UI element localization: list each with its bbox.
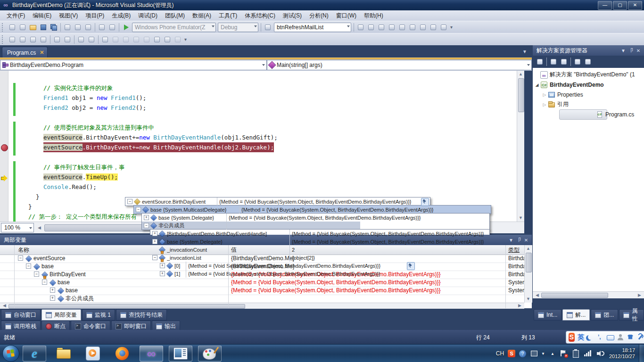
bubble-prev-icon[interactable] [111,35,120,44]
document-list-dropdown-icon[interactable]: ▼ [522,49,527,54]
network-signal-icon[interactable] [584,350,592,357]
menu-体系结构C[interactable]: 体系结构(C) [241,11,279,21]
tray-language-indicator[interactable]: CH [496,350,504,357]
ime-language-mode[interactable]: 英 [578,333,584,342]
tab-watch-window[interactable]: 监视 1 [82,309,115,321]
tree-item-birthdayeventdemo[interactable]: ◢BirthdayEventDemo [533,80,644,90]
menu-测试S[interactable]: 测试(S) [279,11,305,21]
document-outline-icon[interactable] [39,35,48,44]
toolbar-grip[interactable] [2,23,5,32]
tab-team-explorer[interactable]: 团... [591,309,618,321]
tray-dropdown-caret-icon[interactable]: ▼ [541,352,545,356]
tab-locals-window[interactable]: 局部变量 [41,309,81,321]
auto-hide-pin-icon[interactable]: 卩 [627,47,635,54]
selection-box-icon[interactable] [100,35,110,44]
collapse-icon[interactable]: − [34,272,39,277]
tree-item-program-cs[interactable]: Program.cs [533,109,644,119]
collapse-icon[interactable]: − [26,263,31,269]
expand-icon[interactable]: + [160,263,165,268]
expanded-arrow-icon[interactable]: ◢ [535,82,539,87]
step-out-icon[interactable] [387,23,396,32]
datatip-row[interactable]: +[BirthdayEventDemo.BirthDayEventHandle]… [150,230,489,238]
show-hidden-icons-button[interactable]: ▲ [551,352,554,356]
datatip-row[interactable]: +[0]{Method = {Void SendGift(System.Obje… [158,262,416,270]
ime-punct-icon[interactable] [597,334,604,341]
taskbar-item-firefox[interactable] [110,346,134,362]
find-in-files-icon[interactable] [263,23,272,32]
code-line[interactable] [17,113,43,123]
datatip-row[interactable]: −非公共成员 [142,222,489,230]
code-line[interactable]: // 事件到了触发生日事件，事 [17,162,125,172]
view-class-diagram-icon[interactable] [583,57,593,66]
zoom-combo[interactable]: 100 % [1,223,34,232]
tab-auto-window[interactable]: 自动窗口 [1,309,41,321]
type-dropdown[interactable]: BirthdayEventDemo.Program [0,60,267,70]
extension-icon[interactable] [439,23,448,32]
tray-help-icon[interactable]: ? [519,350,526,357]
show-desktop-button[interactable] [639,345,644,362]
taskbar-item-paint[interactable] [198,346,222,362]
collapse-icon[interactable]: − [127,199,132,204]
expand-icon[interactable]: + [152,231,157,236]
taskbar-item-remote-app-window[interactable] [169,346,192,362]
new-item-icon[interactable] [8,23,17,32]
code-line[interactable]: } [17,192,40,202]
tray-clipboard-icon[interactable] [572,350,579,357]
expand-icon[interactable]: + [144,215,149,220]
device-target-combo[interactable]: Windows Phone Emulator(Z [132,23,216,32]
collapse-icon[interactable]: − [144,223,149,228]
quick-find-icon[interactable] [356,23,365,32]
toolbar-overflow-chevron-icon[interactable]: ▾ [450,25,453,30]
code-line[interactable]: // 使用委托把对象及其方法注册到事件中 [17,123,154,132]
display-inheritance-icon[interactable] [8,35,17,44]
menu-视图V[interactable]: 视图(V) [55,11,82,21]
datatip-row[interactable]: +base {System.Delegate}{Method = {Void B… [150,238,489,246]
collapse-icon[interactable]: − [18,255,23,261]
collapse-icon[interactable]: − [42,280,47,285]
maximize-button[interactable]: ▢ [613,1,627,10]
save-all-icon[interactable] [49,23,58,32]
pin-to-source-icon[interactable] [407,262,415,270]
paste-icon[interactable] [83,23,93,32]
menu-文件F[interactable]: 文件(F) [3,11,29,21]
find-combo[interactable]: btnRefreshMailList [274,23,351,32]
locals-row-base[interactable]: +base{Method = {Void Buycake(System.Obje… [0,287,524,295]
breakpoint-icon[interactable] [1,144,8,151]
add-item-icon[interactable] [18,23,27,32]
menu-编辑E[interactable]: 编辑(E) [29,11,55,21]
member-dropdown[interactable]: Main(string[] args) [267,60,532,70]
taskbar-item-windows-explorer[interactable] [52,346,75,362]
step-over-icon[interactable] [377,23,386,32]
expand-icon[interactable]: + [50,296,55,301]
code-line[interactable]: eventSource.BirthDayEvent+=new BirthDayE… [17,142,274,152]
close-panel-icon[interactable]: ✕ [635,48,642,53]
properties-window-icon[interactable] [535,57,545,66]
save-icon[interactable] [39,23,48,32]
code-line[interactable] [17,152,43,162]
taskbar-clock[interactable]: 18:17 2012/10/27 [609,347,635,360]
properties-window-icon[interactable] [429,23,438,32]
output-window-icon[interactable] [408,23,417,32]
bubble-next-icon[interactable] [121,35,131,44]
rename-icon[interactable] [28,35,38,44]
undo-icon[interactable] [97,23,107,32]
menu-窗口W[interactable]: 窗口(W) [332,11,360,21]
expand-icon[interactable]: + [152,239,157,244]
window-menu-icon[interactable]: ▼ [507,238,515,243]
menu-帮助H[interactable]: 帮助(H) [360,11,387,21]
menu-数据A[interactable]: 数据(A) [189,11,215,21]
editor-vertical-scrollbar[interactable]: ▲ ▼ [517,71,524,222]
datatip-row[interactable]: −base {System.MulticastDelegate}{Method … [134,206,491,214]
auto-hide-pin-icon[interactable]: 卩 [515,237,522,243]
code-line[interactable]: Friend1 obj1 = new Friend1(); [17,93,146,103]
copy-icon[interactable] [73,23,83,32]
view-code-icon[interactable] [573,57,582,66]
menu-工具T[interactable]: 工具(T) [215,11,241,21]
solution-config-combo[interactable]: Debug [218,23,258,32]
locals-row-非公共成员[interactable]: +非公共成员 [0,295,524,303]
tab-properties-tab[interactable]: 属性 [619,309,644,321]
code-line[interactable]: // 第一步： 定义一个类型用来保存所有 [17,212,137,222]
tab-solution-explorer-tab[interactable]: 解... [562,309,590,321]
menu-调试D[interactable]: 调试(D) [134,11,161,21]
nav-forward-icon[interactable] [163,35,172,44]
